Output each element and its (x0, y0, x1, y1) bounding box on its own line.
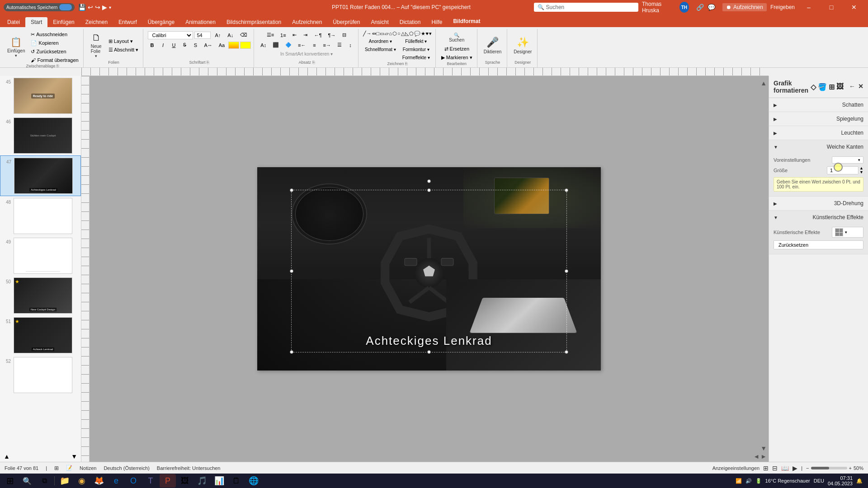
handle-ml[interactable] (290, 269, 293, 273)
view-normal-icon[interactable]: ⊞ (763, 465, 769, 472)
scroll-up-button[interactable]: ▲ (4, 453, 10, 460)
taskbar-windows-button[interactable]: ⊞ (2, 474, 18, 488)
shadow-button[interactable]: S (190, 41, 200, 49)
shape-parallelogram[interactable]: ▱ (385, 31, 388, 37)
dropdown-icon[interactable]: ▾ (109, 5, 111, 10)
taskbar-app11[interactable]: 🗒 (228, 474, 245, 488)
rtl-button[interactable]: ←¶ (311, 31, 325, 39)
slide-thumb-46[interactable]: 46 Stühlen mein Cockpit (0, 116, 81, 155)
designer-button[interactable]: ✨ Designer (511, 35, 534, 56)
font-increase-button[interactable]: A↑ (212, 31, 223, 39)
tab-uberprufenx[interactable]: Überprüfen (327, 17, 365, 27)
taskbar-notification-icon[interactable]: 🔔 (856, 478, 863, 484)
present-icon[interactable]: ▶ (102, 4, 107, 11)
text-direction-button[interactable]: A↕ (258, 41, 269, 49)
align-left-button[interactable]: ≡← (295, 41, 308, 49)
tab-start[interactable]: Start (25, 17, 47, 27)
handle-tl[interactable] (290, 188, 293, 192)
shape-round-rect[interactable]: ▭ (380, 31, 384, 37)
taskbar-teams-icon[interactable]: T (142, 474, 159, 488)
line-spacing-button[interactable]: ↕ (345, 41, 355, 49)
tab-entwurf[interactable]: Entwurf (113, 17, 142, 27)
panel-icon-image[interactable]: 🖼 (836, 83, 844, 91)
italic-button[interactable]: I (158, 41, 168, 49)
font-size-input[interactable] (194, 32, 211, 39)
font-case-button[interactable]: Aa (216, 41, 227, 49)
slide-thumb-50[interactable]: 50 ★ New Cockpit Design (0, 276, 81, 315)
view-slide-sorter-icon[interactable]: ⊟ (772, 465, 778, 472)
save-icon[interactable]: 💾 (78, 4, 86, 11)
taskbar-app9[interactable]: 🎵 (194, 474, 210, 488)
suchen-button[interactable]: 🔍 Suchen (446, 31, 467, 44)
panel-icon-effects[interactable]: ◇ (811, 83, 816, 91)
zurucksetzen-button[interactable]: Zurücksetzen (774, 240, 863, 249)
shape-rect[interactable]: □ (377, 31, 380, 37)
zoom-slider[interactable] (811, 467, 847, 469)
shape-trapezoid[interactable]: ⌂ (389, 31, 392, 37)
shape-star[interactable]: ★ (421, 31, 425, 37)
canvas-scroll-left[interactable]: ◄ (753, 453, 760, 460)
shape-more[interactable]: ▾ (429, 31, 432, 37)
taskbar-app12[interactable]: 🌐 (245, 474, 262, 488)
shape-double-arrow[interactable]: ⇔ (372, 31, 376, 37)
shape-arrow[interactable]: → (367, 31, 372, 37)
bold-button[interactable]: B (147, 41, 157, 49)
taskbar-powerpoint-icon[interactable]: P (160, 474, 176, 488)
taskbar-outlook-icon[interactable]: O (125, 474, 142, 488)
markieren-button[interactable]: ▶ Markieren ▾ (439, 54, 474, 61)
kunstlerische-effekte-select[interactable]: ▾ (832, 227, 863, 238)
panel-back-icon[interactable]: ← (849, 83, 855, 91)
increase-indent-button[interactable]: ⇥ (301, 31, 311, 39)
slide-thumb-45[interactable]: 45 Ready to ride (0, 76, 81, 116)
voreinstellungen-select[interactable]: ▾ (832, 156, 863, 164)
paste-dropdown-icon[interactable]: ▾ (15, 53, 17, 58)
share-icon[interactable]: 🔗 (696, 4, 704, 11)
handle-bm[interactable] (427, 350, 431, 354)
taskbar-task-view-button[interactable]: ⧉ (36, 474, 52, 488)
formeffekt-button[interactable]: Formeffekte ▾ (400, 54, 433, 61)
kopieren-button[interactable]: 📄 Kopieren (29, 39, 80, 47)
leuchten-header[interactable]: ▶ Leuchten (769, 126, 868, 140)
taskbar-explorer-icon[interactable]: 📁 (57, 474, 73, 488)
tab-einfugen[interactable]: Einfügen (47, 17, 80, 27)
tab-zeichnen[interactable]: Zeichnen (80, 17, 113, 27)
shape-heart[interactable]: ♥ (426, 31, 429, 37)
notes-icon[interactable]: 📝 (66, 465, 72, 471)
align-text-button[interactable]: ⬛ (270, 41, 282, 49)
tab-hilfe[interactable]: Hilfe (426, 17, 448, 27)
zoom-in-button[interactable]: + (849, 465, 852, 471)
ltr-button[interactable]: ¶→ (326, 31, 339, 39)
underline-button[interactable]: U (169, 41, 179, 49)
kunstlerische-header[interactable]: ▼ Künstlerische Effekte (769, 211, 868, 224)
list-bullets-button[interactable]: ☰≡ (264, 31, 277, 39)
shape-callout[interactable]: 💬 (414, 31, 420, 37)
ersetzen-button[interactable]: ⇄ Ersetzen (443, 45, 471, 53)
display-settings-label[interactable]: Anzeigeeinstellungen (712, 465, 760, 471)
ausschneiden-button[interactable]: ✂ Ausschneiden (29, 31, 80, 38)
undo-icon[interactable]: ↩ (88, 4, 93, 11)
handle-tr[interactable] (565, 188, 568, 192)
weiche-kanten-header[interactable]: ▼ Weiche Kanten (769, 140, 868, 154)
canvas-scroll-down[interactable]: ▼ (760, 445, 767, 452)
tab-aufzeichnen[interactable]: Aufzeichnen (287, 17, 327, 27)
tab-bildschirm[interactable]: Bildschirmpräsentation (221, 17, 287, 27)
handle-br[interactable] (565, 350, 568, 354)
format-ubertragen-button[interactable]: 🖌 Format übertragen (29, 56, 80, 64)
clear-format-button[interactable]: ⌫ (237, 31, 250, 39)
panel-icon-layout[interactable]: ⊞ (829, 83, 835, 91)
autosave-toggle-on[interactable] (59, 4, 72, 10)
taskbar-search-button[interactable]: 🔍 (19, 474, 35, 488)
drehung-header[interactable]: ▶ 3D-Drehung (769, 197, 868, 210)
align-right-button[interactable]: ≡→ (320, 41, 333, 49)
scroll-down-button[interactable]: ▼ (71, 453, 77, 460)
view-slideshow-icon[interactable]: ▶ (793, 465, 797, 472)
canvas-scroll-up[interactable]: ▲ (760, 80, 767, 87)
spacing-button[interactable]: A↔ (201, 41, 215, 49)
slide-thumb-49[interactable]: 49 (0, 236, 81, 276)
search-bar[interactable]: 🔍 Suchen (534, 3, 638, 12)
tab-bildformat[interactable]: Bildformat (448, 16, 486, 27)
anordnen-button[interactable]: Anordnen ▾ (362, 38, 399, 45)
schnellformat-button[interactable]: Schnellformat ▾ (362, 46, 399, 53)
minimize-button[interactable]: – (798, 0, 819, 14)
canvas-area[interactable]: Achteckiges Lenkrad ▲ ▼ ◄ ► (90, 76, 769, 462)
